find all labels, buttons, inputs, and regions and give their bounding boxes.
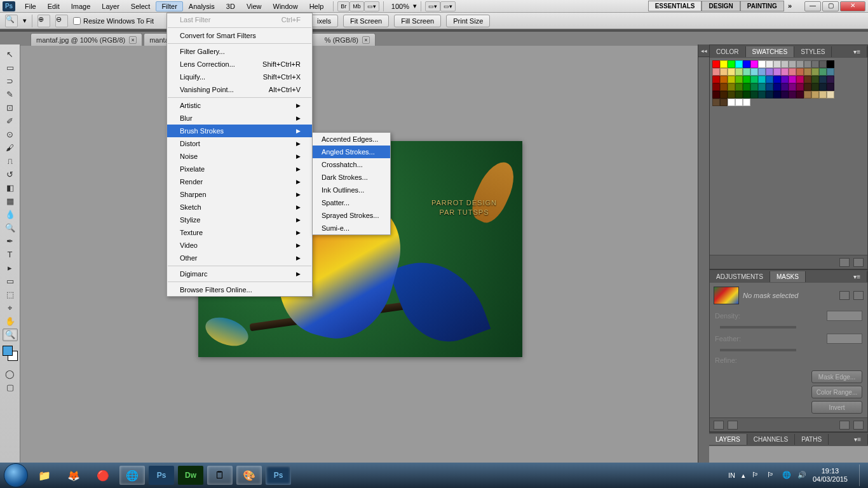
menu-convert-smart[interactable]: Convert for Smart Filters bbox=[167, 29, 312, 42]
pixel-mask-icon[interactable] bbox=[839, 291, 850, 300]
color-range-button[interactable]: Color Range... bbox=[811, 386, 862, 398]
taskbar-photoshop2-icon[interactable]: Ps bbox=[266, 466, 291, 485]
swatch[interactable] bbox=[811, 83, 819, 91]
swatch[interactable] bbox=[743, 98, 750, 106]
swatch[interactable] bbox=[735, 98, 743, 106]
swatch[interactable] bbox=[728, 98, 735, 106]
screen-mode-button[interactable]: ▭▾ bbox=[364, 1, 379, 11]
swatch[interactable] bbox=[758, 68, 766, 76]
swatch[interactable] bbox=[811, 68, 819, 76]
swatch[interactable] bbox=[811, 76, 819, 83]
swatch[interactable] bbox=[728, 60, 735, 68]
swatch[interactable] bbox=[796, 83, 804, 91]
panel-menu-icon[interactable]: ▾≡ bbox=[847, 271, 867, 282]
swatch[interactable] bbox=[735, 76, 743, 83]
swatch[interactable] bbox=[804, 68, 811, 76]
swatch[interactable] bbox=[720, 91, 728, 98]
swatch[interactable] bbox=[750, 91, 758, 98]
menu-vanishing-point[interactable]: Vanishing Point...Alt+Ctrl+V bbox=[167, 83, 312, 96]
swatch[interactable] bbox=[789, 83, 796, 91]
swatch[interactable] bbox=[750, 83, 758, 91]
submenu-ink-outlines[interactable]: Ink Outlines... bbox=[313, 184, 390, 196]
swatch[interactable] bbox=[781, 76, 789, 83]
menu-help[interactable]: Help bbox=[304, 1, 330, 11]
dropdown-icon[interactable]: ▾ bbox=[23, 17, 27, 25]
hand-tool[interactable]: ✋ bbox=[3, 315, 18, 328]
menu-blur[interactable]: Blur▶ bbox=[167, 112, 312, 125]
swatch[interactable] bbox=[819, 83, 827, 91]
menu-distort[interactable]: Distort▶ bbox=[167, 137, 312, 150]
swatch[interactable] bbox=[766, 91, 773, 98]
swatch[interactable] bbox=[819, 76, 827, 83]
taskbar-explorer-icon[interactable]: 📁 bbox=[32, 466, 57, 485]
swatch[interactable] bbox=[735, 91, 743, 98]
screenmode-tool[interactable]: ▢ bbox=[3, 381, 18, 394]
menu-select[interactable]: Select bbox=[125, 1, 156, 11]
swatch[interactable] bbox=[735, 83, 743, 91]
menu-edit[interactable]: Edit bbox=[42, 1, 65, 11]
menu-texture[interactable]: Texture▶ bbox=[167, 226, 312, 239]
crop-tool[interactable]: ⊡ bbox=[3, 102, 18, 114]
swatch[interactable] bbox=[804, 91, 811, 98]
taskbar-photoshop-icon[interactable]: Ps bbox=[149, 466, 174, 485]
mask-edge-button[interactable]: Mask Edge... bbox=[811, 370, 862, 383]
swatch[interactable] bbox=[743, 68, 750, 76]
swatch[interactable] bbox=[750, 60, 758, 68]
swatch[interactable] bbox=[804, 83, 811, 91]
swatch[interactable] bbox=[789, 91, 796, 98]
menu-stylize[interactable]: Stylize▶ bbox=[167, 214, 312, 226]
tray-arrow-icon[interactable]: ▴ bbox=[742, 471, 745, 480]
swatch[interactable] bbox=[766, 76, 773, 83]
swatch[interactable] bbox=[773, 60, 781, 68]
swatch[interactable] bbox=[728, 91, 735, 98]
extras-button[interactable]: ▭▾ bbox=[425, 1, 440, 11]
menu-artistic[interactable]: Artistic▶ bbox=[167, 99, 312, 112]
swatch[interactable] bbox=[720, 98, 728, 106]
panel-menu-icon[interactable]: ▾≡ bbox=[848, 434, 868, 445]
submenu-sprayed-strokes[interactable]: Sprayed Strokes... bbox=[313, 209, 390, 222]
history-brush-tool[interactable]: ↺ bbox=[3, 168, 18, 181]
taskbar-firefox-icon[interactable]: 🦊 bbox=[61, 466, 86, 485]
swatch[interactable] bbox=[789, 60, 796, 68]
fit-screen-button[interactable]: Fit Screen bbox=[343, 15, 389, 27]
swatch[interactable] bbox=[712, 76, 720, 83]
tray-flag-icon[interactable]: 🏳 bbox=[752, 471, 761, 480]
mask-load-icon[interactable] bbox=[714, 421, 724, 430]
menu-sketch[interactable]: Sketch▶ bbox=[167, 201, 312, 214]
submenu-dark-strokes[interactable]: Dark Strokes... bbox=[313, 171, 390, 184]
swatch[interactable] bbox=[827, 68, 834, 76]
type-tool[interactable]: T bbox=[3, 248, 18, 261]
swatch[interactable] bbox=[766, 60, 773, 68]
zoom-out-icon[interactable]: ⊖ bbox=[55, 15, 68, 27]
density-slider[interactable] bbox=[720, 326, 796, 329]
quickmask-tool[interactable]: ◯ bbox=[3, 368, 18, 381]
tab-color[interactable]: COLOR bbox=[710, 46, 746, 57]
mask-delete-icon[interactable] bbox=[853, 421, 864, 430]
close-button[interactable]: ✕ bbox=[840, 1, 865, 11]
swatch[interactable] bbox=[773, 83, 781, 91]
swatch[interactable] bbox=[758, 76, 766, 83]
minimize-button[interactable]: — bbox=[804, 1, 821, 11]
menu-brush-strokes[interactable]: Brush Strokes▶ bbox=[167, 125, 312, 137]
swatch[interactable] bbox=[758, 83, 766, 91]
arrange-button[interactable]: ▭▾ bbox=[440, 1, 456, 11]
swatch[interactable] bbox=[796, 76, 804, 83]
swatch[interactable] bbox=[712, 68, 720, 76]
zoom-dropdown-icon[interactable]: ▾ bbox=[413, 2, 417, 10]
tab-paths[interactable]: PATHS bbox=[795, 434, 829, 445]
taskbar-paint-icon[interactable]: 🎨 bbox=[236, 466, 262, 485]
swatch[interactable] bbox=[827, 91, 834, 98]
swatch[interactable] bbox=[773, 68, 781, 76]
swatch[interactable] bbox=[720, 83, 728, 91]
swatch[interactable] bbox=[804, 60, 811, 68]
tray-volume-icon[interactable]: 🔊 bbox=[797, 471, 806, 480]
zoom-in-icon[interactable]: ⊕ bbox=[37, 15, 50, 27]
lasso-tool[interactable]: ⊃ bbox=[3, 75, 18, 88]
swatch[interactable] bbox=[728, 76, 735, 83]
mask-disable-icon[interactable] bbox=[839, 421, 850, 430]
tray-network-icon[interactable]: 🌐 bbox=[782, 471, 791, 480]
swatch[interactable] bbox=[789, 68, 796, 76]
menu-last-filter[interactable]: Last FilterCtrl+F bbox=[167, 13, 312, 26]
3d-camera-tool[interactable]: ⌖ bbox=[3, 302, 18, 315]
panel-menu-icon[interactable]: ▾≡ bbox=[847, 46, 867, 57]
